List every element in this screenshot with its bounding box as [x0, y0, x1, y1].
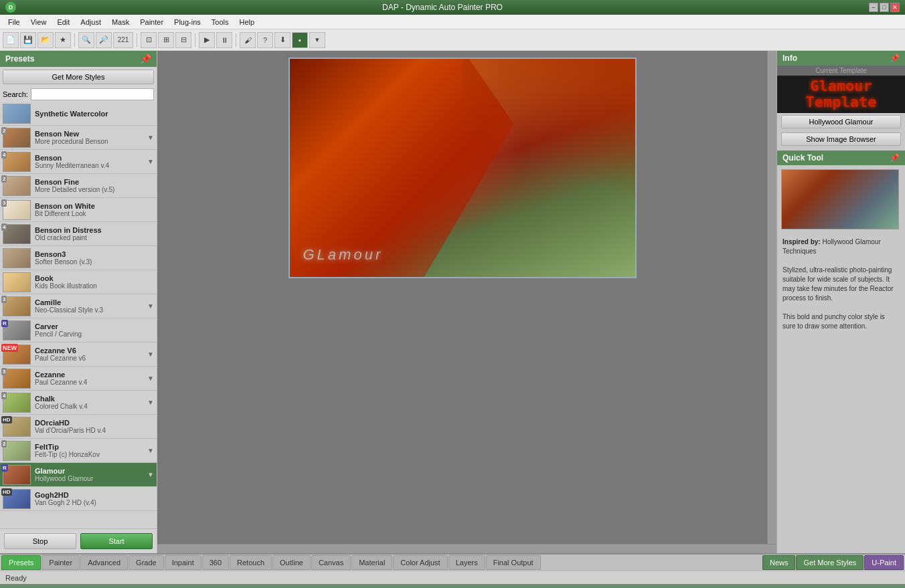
preset-thumb-benson-new — [3, 128, 31, 148]
preset-arrow-cezanne: ▼ — [147, 375, 154, 382]
tab-presets[interactable]: Presets — [1, 555, 41, 570]
preset-item-glamour[interactable]: R Glamour Hollywood Glamour ▼ — [0, 463, 157, 487]
open-button[interactable]: 📂 — [37, 32, 54, 48]
frame-button[interactable]: ⊞ — [158, 32, 174, 48]
preset-name-chalk: Chalk — [35, 395, 146, 403]
preset-info-benson-new: Benson New More procedural Benson — [35, 130, 146, 145]
show-image-browser-button[interactable]: Show Image Browser — [781, 132, 901, 146]
preset-arrow-benson: ▼ — [147, 158, 154, 165]
new-button[interactable]: 📄 — [3, 32, 19, 48]
preset-item-dorciahd[interactable]: HD DOrciaHD Val d'Orcia/Paris HD v.4 — [0, 415, 157, 439]
save-button[interactable]: 💾 — [20, 32, 36, 48]
tab-360[interactable]: 360 — [202, 555, 229, 570]
menu-bar: FileViewEditAdjustMaskPainterPlug-insToo… — [0, 15, 905, 29]
preset-arrow-glamour: ▼ — [147, 471, 154, 478]
play-button[interactable]: ▶ — [199, 32, 215, 48]
canvas-image — [290, 59, 635, 277]
preset-item-benson-in-distress[interactable]: 4 Benson in Distress Old cracked paint — [0, 222, 157, 246]
tab-color-adjust[interactable]: Color Adjust — [393, 555, 447, 570]
tab-retouch[interactable]: Retouch — [230, 555, 272, 570]
painting-canvas: GLamour — [289, 58, 637, 278]
preset-item-chalk[interactable]: 4 Chalk Colored Chalk v.4 ▼ — [0, 391, 157, 415]
help-button[interactable]: ? — [257, 32, 273, 48]
grid-button[interactable]: ⊟ — [175, 32, 191, 48]
preset-info-chalk: Chalk Colored Chalk v.4 — [35, 395, 146, 410]
minimize-button[interactable]: – — [869, 3, 878, 12]
close-button[interactable]: ✕ — [890, 3, 900, 12]
preset-item-felttip[interactable]: 2 FeltTip Felt-Tip (c) HonzaKov ▼ — [0, 439, 157, 463]
tab-canvas[interactable]: Canvas — [311, 555, 351, 570]
pause-button[interactable]: ⏸ — [216, 32, 232, 48]
menu-item-painter[interactable]: Painter — [135, 17, 169, 27]
tab-layers[interactable]: Layers — [448, 555, 485, 570]
template-display: Glamour Template — [777, 76, 905, 113]
preset-info-benson3: Benson3 Softer Benson (v.3) — [35, 250, 154, 266]
app-icon: D — [5, 2, 16, 13]
export-button[interactable]: ⬇ — [274, 32, 291, 48]
menu-item-view[interactable]: View — [25, 17, 52, 27]
canvas-horizontal-scrollbar[interactable] — [157, 544, 776, 553]
tab-final-output[interactable]: Final Output — [486, 555, 541, 570]
quick-tool-header: Quick Tool 📌 — [777, 151, 905, 165]
right-tab-news[interactable]: News — [762, 555, 796, 570]
preset-badge-benson-on-white: 3 — [1, 199, 7, 207]
right-tab-get-more-styles[interactable]: Get More Styles — [796, 555, 863, 570]
preset-item-cezanne[interactable]: 3 Cezanne Paul Cezanne v.4 ▼ — [0, 367, 157, 391]
preset-item-benson[interactable]: 4 Benson Sunny Mediterranean v.4 ▼ — [0, 150, 157, 174]
menu-item-file[interactable]: File — [3, 17, 25, 27]
tab-advanced[interactable]: Advanced — [80, 555, 128, 570]
quick-tool-pin-icon[interactable]: 📌 — [890, 153, 900, 163]
menu-item-edit[interactable]: Edit — [52, 17, 75, 27]
menu-item-tools[interactable]: Tools — [206, 17, 234, 27]
crop-button[interactable]: ⊡ — [141, 32, 157, 48]
preset-sub-benson-on-white: Bit Different Look — [35, 210, 154, 217]
stop-button[interactable]: Stop — [4, 533, 76, 549]
tab-inpaint[interactable]: Inpaint — [165, 555, 201, 570]
maximize-button[interactable]: □ — [880, 3, 889, 12]
preset-item-gogh2hd[interactable]: HD Gogh2HD Van Gogh 2 HD (v.4) — [0, 487, 157, 511]
hollywood-glamour-button[interactable]: Hollywood Glamour — [781, 115, 901, 128]
preset-badge-glamour: R — [1, 464, 8, 472]
tab-grade[interactable]: Grade — [129, 555, 164, 570]
preset-sub-gogh2hd: Van Gogh 2 HD (v.4) — [35, 499, 154, 506]
preset-item-benson-fine[interactable]: 2 Benson Fine More Detailed version (v.5… — [0, 174, 157, 198]
start-button[interactable]: Start — [80, 533, 153, 549]
preset-item-carver[interactable]: R Carver Pencil / Carving — [0, 318, 157, 342]
template-line1: Glamour — [806, 78, 877, 94]
canvas-scroll[interactable]: GLamour — [157, 51, 767, 544]
main-layout: Presets 📌 Get More Styles Search: Synthe… — [0, 51, 905, 553]
menu-item-plug-ins[interactable]: Plug-ins — [169, 17, 206, 27]
preset-item-benson3[interactable]: Benson3 Softer Benson (v.3) — [0, 246, 157, 270]
separator-3 — [195, 33, 195, 47]
preset-info-benson-fine: Benson Fine More Detailed version (v.5) — [35, 178, 154, 193]
preset-thumb-benson-on-white — [3, 200, 31, 220]
view-button[interactable]: ▪ — [292, 32, 308, 48]
canvas-vertical-scrollbar[interactable] — [767, 51, 776, 544]
preset-item-camille[interactable]: 3 Camille Neo-Classical Style v.3 ▼ — [0, 294, 157, 318]
menu-item-mask[interactable]: Mask — [106, 17, 135, 27]
menu-item-help[interactable]: Help — [234, 17, 260, 27]
tab-material[interactable]: Material — [351, 555, 392, 570]
tab-painter[interactable]: Painter — [42, 555, 80, 570]
tab-outline[interactable]: Outline — [272, 555, 311, 570]
preset-item-cezanne-v6[interactable]: NEW Cezanne V6 Paul Cezanne v6 ▼ — [0, 342, 157, 367]
sidebar-bottom: Stop Start — [0, 528, 157, 553]
right-tab-u-paint[interactable]: U-Paint — [864, 555, 904, 570]
preset-arrow-camille: ▼ — [147, 302, 154, 310]
sidebar-pin-icon[interactable]: 📌 — [140, 54, 151, 64]
brush-button[interactable]: 🖌 — [240, 32, 256, 48]
get-more-styles-button[interactable]: Get More Styles — [3, 70, 154, 84]
zoom-in-button[interactable]: 🔎 — [96, 32, 112, 48]
dropdown-button[interactable]: ▾ — [309, 32, 325, 48]
preset-sub-felttip: Felt-Tip (c) HonzaKov — [35, 451, 146, 458]
favorite-button[interactable]: ★ — [55, 32, 71, 48]
preset-name-benson-in-distress: Benson in Distress — [35, 226, 154, 234]
menu-item-adjust[interactable]: Adjust — [75, 17, 106, 27]
search-input[interactable] — [31, 88, 154, 100]
preset-item-benson-on-white[interactable]: 3 Benson on White Bit Different Look — [0, 198, 157, 222]
preset-item-book[interactable]: Book Kids Book illustration — [0, 270, 157, 294]
zoom-out-button[interactable]: 🔍 — [78, 32, 94, 48]
preset-item-synthetic-watercolor[interactable]: Synthetic Watercolor — [0, 102, 157, 126]
preset-item-benson-new[interactable]: 2 Benson New More procedural Benson ▼ — [0, 126, 157, 150]
info-pin-icon[interactable]: 📌 — [890, 54, 900, 63]
